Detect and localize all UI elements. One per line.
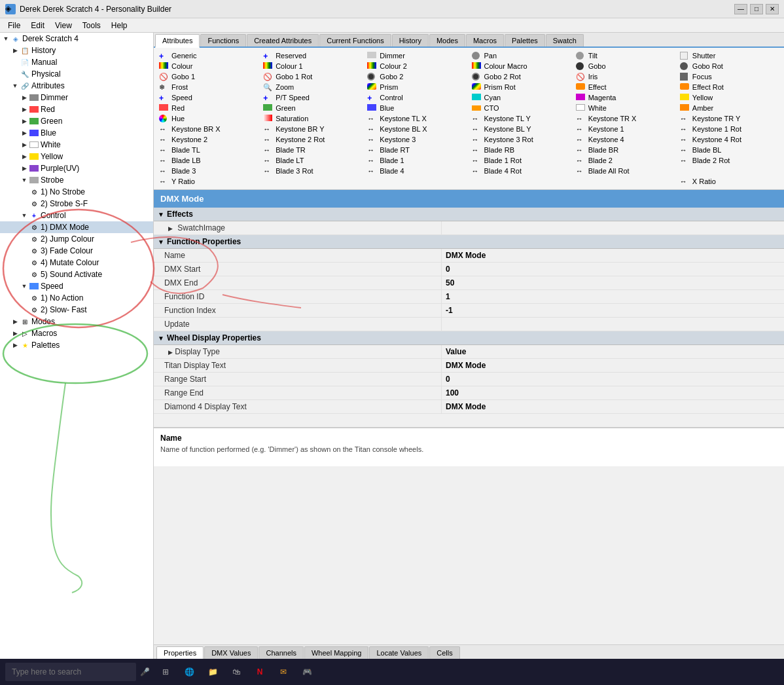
attr-keystone1[interactable]: ↔ Keystone 1 <box>573 124 677 134</box>
expand-icon-blue[interactable]: ▶ <box>20 128 29 138</box>
attr-keystone2[interactable]: ↔ Keystone 2 <box>156 134 260 145</box>
prop-display-type[interactable]: ▶ Display Type Value <box>154 345 784 359</box>
attr-colour-macro[interactable]: Colour Macro <box>469 61 573 71</box>
attr-blue[interactable]: Blue <box>365 103 469 113</box>
dmx-start-value[interactable]: 0 <box>442 263 784 276</box>
tab-macros[interactable]: Macros <box>466 34 504 46</box>
attr-blade3[interactable]: ↔ Blade 3 <box>156 166 260 176</box>
expand-icon[interactable]: ▼ <box>1 34 10 43</box>
attr-yellow-c[interactable]: Yellow <box>677 92 781 103</box>
taskbar-search-input[interactable] <box>5 663 136 681</box>
sidebar-item-attributes[interactable]: ▼ 🔗 Attributes <box>0 80 153 92</box>
attr-blade2[interactable]: ↔ Blade 2 <box>573 155 677 166</box>
attr-gobo-rot[interactable]: Gobo Rot <box>677 61 781 71</box>
taskbar-netflix-icon[interactable]: N <box>251 663 269 681</box>
sidebar-item-control[interactable]: ▼ + Control <box>0 210 153 221</box>
sidebar-item-strobe1[interactable]: ⚙ 1) No Strobe <box>0 186 153 198</box>
expand-icon-speed[interactable]: ▼ <box>20 282 29 291</box>
attr-shutter[interactable]: Shutter <box>677 50 781 61</box>
attr-dimmer[interactable]: Dimmer <box>365 50 469 61</box>
effects-collapse-icon[interactable]: ▼ <box>158 211 164 218</box>
tab-history[interactable]: History <box>392 34 429 46</box>
attr-blade3-rot[interactable]: ↔ Blade 3 Rot <box>260 166 365 176</box>
attr-blade-rt[interactable]: ↔ Blade RT <box>365 145 469 155</box>
sidebar-item-red[interactable]: ▶ Red <box>0 103 153 115</box>
attr-keystone-brx[interactable]: ↔ Keystone BR X <box>156 124 260 134</box>
prop-dmx-start[interactable]: DMX Start 0 <box>154 263 784 276</box>
sidebar-item-white[interactable]: ▶ White <box>0 139 153 151</box>
attr-gobo[interactable]: Gobo <box>573 61 677 71</box>
expand-icon-palettes[interactable]: ▶ <box>10 341 20 350</box>
bottom-tab-properties[interactable]: Properties <box>156 646 204 659</box>
attr-amber[interactable]: Amber <box>677 103 781 113</box>
attr-blade-tr[interactable]: ↔ Blade TR <box>260 145 365 155</box>
attr-focus[interactable]: Focus <box>677 71 781 82</box>
sidebar-item-green[interactable]: ▶ Green <box>0 115 153 127</box>
attr-gobo2-rot[interactable]: Gobo 2 Rot <box>469 71 573 82</box>
expand-icon-yellow[interactable]: ▶ <box>20 152 29 161</box>
attr-blade-rb[interactable]: ↔ Blade RB <box>469 145 573 155</box>
attr-keystone2-rot[interactable]: ↔ Keystone 2 Rot <box>260 134 365 145</box>
attr-keystone1-rot[interactable]: ↔ Keystone 1 Rot <box>677 124 781 134</box>
attr-blade4-rot[interactable]: ↔ Blade 4 Rot <box>469 166 573 176</box>
attr-gobo1-rot[interactable]: 🚫 Gobo 1 Rot <box>260 71 365 82</box>
expand-icon-white[interactable]: ▶ <box>20 140 29 149</box>
expand-icon-macros[interactable]: ▶ <box>10 329 20 338</box>
diamond4-value[interactable]: DMX Mode <box>442 400 784 413</box>
attr-blade-all-rot[interactable]: ↔ Blade All Rot <box>573 166 677 176</box>
effects-section-header[interactable]: ▼ Effects <box>154 208 784 221</box>
prop-titan-display[interactable]: Titan Display Text DMX Mode <box>154 359 784 373</box>
attr-blade-lb[interactable]: ↔ Blade LB <box>156 155 260 166</box>
wheel-display-header[interactable]: ▼ Wheel Display Properties <box>154 331 784 345</box>
tab-functions[interactable]: Functions <box>200 34 246 46</box>
taskbar-store-icon[interactable]: 🛍 <box>227 663 245 681</box>
attr-keystone4-rot[interactable]: ↔ Keystone 4 Rot <box>677 134 781 145</box>
attr-hue[interactable]: Hue <box>156 113 260 124</box>
display-type-expand-icon[interactable]: ▶ <box>168 349 173 356</box>
name-value[interactable]: DMX Mode <box>442 249 784 262</box>
attr-blade-tl[interactable]: ↔ Blade TL <box>156 145 260 155</box>
expand-icon-control[interactable]: ▼ <box>20 211 29 220</box>
sidebar-item-blue[interactable]: ▶ Blue <box>0 127 153 139</box>
prop-dmx-end[interactable]: DMX End 50 <box>154 276 784 290</box>
sidebar-item-control2[interactable]: ⚙ 2) Jump Colour <box>0 233 153 245</box>
expand-icon-history[interactable]: ▶ <box>10 46 20 55</box>
attr-iris[interactable]: 🚫 Iris <box>573 71 677 82</box>
attr-cto[interactable]: CTO <box>469 103 573 113</box>
attr-colour[interactable]: Colour <box>156 61 260 71</box>
attr-green[interactable]: Green <box>260 103 365 113</box>
expand-icon-attributes[interactable]: ▼ <box>10 81 20 90</box>
attr-keystone-bly[interactable]: ↔ Keystone BL Y <box>469 124 573 134</box>
attr-gobo2[interactable]: Gobo 2 <box>365 71 469 82</box>
attr-control[interactable]: + Control <box>365 92 469 103</box>
sidebar-item-speed1[interactable]: ⚙ 1) No Action <box>0 292 153 304</box>
sidebar-item-modes[interactable]: ▶ ⊞ Modes <box>0 316 153 327</box>
menu-tools[interactable]: Tools <box>77 20 106 31</box>
attr-y-ratio[interactable]: ↔ Y Ratio <box>156 176 260 187</box>
tab-current-functions[interactable]: Current Functions <box>319 34 391 46</box>
tab-palettes[interactable]: Palettes <box>505 34 545 46</box>
sidebar-item-yellow[interactable]: ▶ Yellow <box>0 151 153 162</box>
attr-generic[interactable]: + Generic <box>156 50 260 61</box>
dmx-end-value[interactable]: 50 <box>442 276 784 289</box>
tab-modes[interactable]: Modes <box>429 34 465 46</box>
bottom-tab-cells[interactable]: Cells <box>429 646 459 659</box>
attr-reserved[interactable]: + Reserved <box>260 50 365 61</box>
sidebar-item-palettes[interactable]: ▶ ★ Palettes <box>0 339 153 351</box>
taskbar-mail-icon[interactable]: ✉ <box>274 663 293 681</box>
sidebar-item-root[interactable]: ▼ ◈ Derek Scratch 4 <box>0 33 153 45</box>
sidebar-item-control1[interactable]: ⚙ 1) DMX Mode <box>0 221 153 233</box>
attr-x-ratio[interactable]: ↔ X Ratio <box>677 176 781 187</box>
attr-keystone3[interactable]: ↔ Keystone 3 <box>365 134 469 145</box>
range-start-value[interactable]: 0 <box>442 373 784 386</box>
attr-keystone3-rot[interactable]: ↔ Keystone 3 Rot <box>469 134 573 145</box>
attr-keystone-blx[interactable]: ↔ Keystone BL X <box>365 124 469 134</box>
prop-name[interactable]: Name DMX Mode <box>154 249 784 263</box>
attr-magenta[interactable]: Magenta <box>573 92 677 103</box>
expand-icon-dimmer[interactable]: ▶ <box>20 93 29 102</box>
attr-blade-bl[interactable]: ↔ Blade BL <box>677 145 781 155</box>
sidebar-item-control3[interactable]: ⚙ 3) Fade Colour <box>0 245 153 257</box>
attr-blade1-rot[interactable]: ↔ Blade 1 Rot <box>469 155 573 166</box>
menu-view[interactable]: View <box>50 20 77 31</box>
prop-range-end[interactable]: Range End 100 <box>154 386 784 400</box>
